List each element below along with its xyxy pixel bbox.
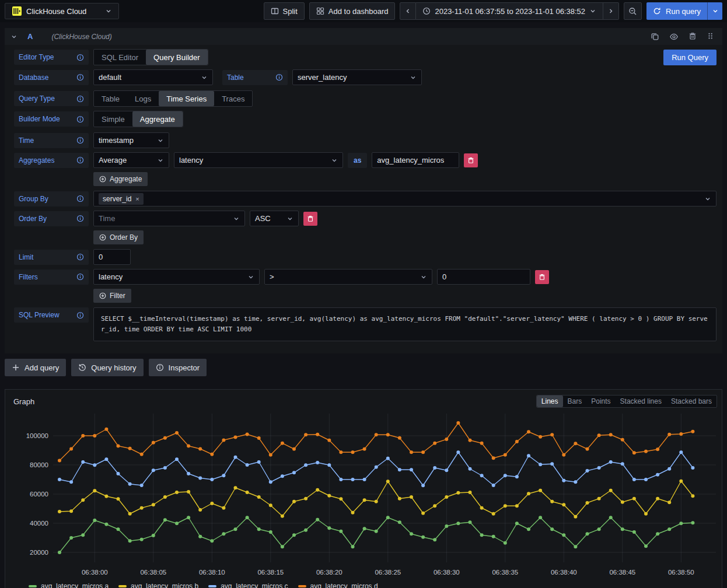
legend-item[interactable]: avg_latency_micros c <box>208 582 288 588</box>
time-column-select[interactable]: timestamp <box>93 132 169 148</box>
time-column-value: timestamp <box>99 136 134 145</box>
graph-style-stacked-bars[interactable]: Stacked bars <box>666 396 716 407</box>
inspector-button[interactable]: Inspector <box>149 359 207 376</box>
chevron-down-icon <box>105 8 112 15</box>
filter-value-input[interactable] <box>437 269 530 285</box>
legend-item[interactable]: avg_latency_micros a <box>29 582 109 588</box>
remove-tag-icon[interactable]: × <box>135 195 139 202</box>
database-label: Database <box>14 70 89 85</box>
query-row-header[interactable]: A (ClickHouse Cloud) <box>5 28 722 45</box>
query-type-option-table[interactable]: Table <box>94 91 127 106</box>
aggregate-column-value: latency <box>179 156 203 164</box>
info-icon[interactable] <box>76 156 84 164</box>
info-icon[interactable] <box>76 273 84 281</box>
info-icon[interactable] <box>76 312 84 319</box>
info-icon[interactable] <box>275 74 283 81</box>
graph-panel: Graph Lines Bars Points Stacked lines St… <box>5 389 722 588</box>
builder-mode-label: Builder Mode <box>14 111 89 127</box>
query-type-option-traces[interactable]: Traces <box>214 91 252 106</box>
chevron-left-icon <box>404 8 411 15</box>
graph-style-points[interactable]: Points <box>586 396 615 407</box>
info-icon[interactable] <box>76 253 84 261</box>
svg-text:06:38:05: 06:38:05 <box>140 569 166 576</box>
add-filter-button[interactable]: Filter <box>93 289 131 303</box>
filter-column-select[interactable]: latency <box>93 269 260 285</box>
run-query-dropdown-button[interactable] <box>707 2 722 20</box>
group-by-row: Group By server_id × <box>14 191 716 206</box>
legend-item[interactable]: avg_latency_micros d <box>298 582 378 588</box>
remove-order-by-button[interactable] <box>303 212 317 226</box>
query-type-option-logs[interactable]: Logs <box>127 91 159 106</box>
group-by-tag[interactable]: server_id × <box>99 193 144 205</box>
datasource-picker[interactable]: ClickHouse Cloud <box>5 3 119 19</box>
info-icon[interactable] <box>76 136 84 144</box>
time-range-back-button[interactable] <box>400 2 416 20</box>
remove-filter-button[interactable] <box>535 270 549 284</box>
trash-icon <box>467 157 474 164</box>
svg-text:06:38:20: 06:38:20 <box>316 569 342 576</box>
order-by-column-select[interactable]: Time <box>93 211 245 226</box>
chevron-down-icon <box>286 215 293 222</box>
collapse-caret-icon[interactable] <box>11 33 18 40</box>
drag-handle-icon[interactable] <box>707 32 714 41</box>
trash-icon <box>307 215 314 222</box>
remove-aggregate-button[interactable] <box>464 153 478 167</box>
top-toolbar: ClickHouse Cloud Split Add to dashboard … <box>0 0 727 22</box>
run-query-label: Run query <box>666 7 701 16</box>
hide-query-button[interactable] <box>669 32 679 41</box>
info-icon[interactable] <box>76 116 84 123</box>
apps-grid-icon <box>316 7 324 15</box>
editor-type-option-sql-editor[interactable]: SQL Editor <box>94 50 146 65</box>
editor-type-option-query-builder[interactable]: Query Builder <box>146 50 207 65</box>
table-label: Table <box>222 70 288 85</box>
graph-style-bars[interactable]: Bars <box>563 396 587 407</box>
chevron-down-icon <box>331 157 338 164</box>
split-button[interactable]: Split <box>264 2 305 20</box>
aggregate-column-select[interactable]: latency <box>174 152 343 168</box>
chevron-down-icon <box>233 215 240 222</box>
add-to-dashboard-button[interactable]: Add to dashboard <box>309 2 396 20</box>
query-type-row: Query Type Table Logs Time Series Traces <box>14 90 716 107</box>
split-label: Split <box>283 7 298 16</box>
table-select[interactable]: server_latency <box>292 69 422 85</box>
aggregate-function-value: Average <box>99 156 127 164</box>
add-aggregate-button[interactable]: Aggregate <box>93 172 148 186</box>
remove-query-button[interactable] <box>688 32 697 41</box>
zoom-out-icon <box>628 7 637 16</box>
chevron-down-icon <box>201 74 208 81</box>
filter-operator-select[interactable]: > <box>264 269 432 285</box>
svg-text:06:38:00: 06:38:00 <box>82 569 108 576</box>
add-to-dashboard-label: Add to dashboard <box>328 7 389 16</box>
builder-mode-option-simple[interactable]: Simple <box>94 111 132 127</box>
aggregate-function-select[interactable]: Average <box>93 152 169 168</box>
duplicate-query-button[interactable] <box>651 32 659 41</box>
info-icon[interactable] <box>76 195 84 202</box>
info-icon[interactable] <box>76 215 84 222</box>
legend-item[interactable]: avg_latency_micros b <box>118 582 198 588</box>
time-label: Time <box>14 133 89 148</box>
database-select[interactable]: default <box>93 69 213 85</box>
limit-input[interactable] <box>93 249 131 265</box>
zoom-out-button[interactable] <box>624 2 642 20</box>
graph-style-lines[interactable]: Lines <box>537 396 563 407</box>
order-by-direction-select[interactable]: ASC <box>250 211 299 226</box>
group-by-multiselect[interactable]: server_id × <box>93 191 716 206</box>
order-by-label: Order By <box>14 211 89 226</box>
add-query-button[interactable]: Add query <box>5 359 66 376</box>
aggregate-alias-input[interactable] <box>372 152 459 168</box>
graph-style-stacked-lines[interactable]: Stacked lines <box>616 396 666 407</box>
query-type-option-time-series[interactable]: Time Series <box>159 91 214 106</box>
query-header-actions <box>651 32 714 41</box>
time-range-picker[interactable]: 2023-11-01 06:37:55 to 2023-11-01 06:38:… <box>416 2 603 20</box>
info-icon[interactable] <box>76 54 84 61</box>
time-series-chart[interactable]: 06:38:0006:38:0506:38:1006:38:1506:38:20… <box>5 410 722 580</box>
add-order-by-button[interactable]: Order By <box>93 230 144 244</box>
time-range-forward-button[interactable] <box>603 2 619 20</box>
query-history-button[interactable]: Query history <box>71 359 143 376</box>
run-query-panel-button[interactable]: Run Query <box>663 50 716 65</box>
explore-actions-row: Add query Query history Inspector <box>5 359 722 376</box>
builder-mode-option-aggregate[interactable]: Aggregate <box>132 111 183 127</box>
run-query-button[interactable]: Run query <box>646 2 707 20</box>
info-icon[interactable] <box>76 74 84 81</box>
info-icon[interactable] <box>76 95 84 103</box>
